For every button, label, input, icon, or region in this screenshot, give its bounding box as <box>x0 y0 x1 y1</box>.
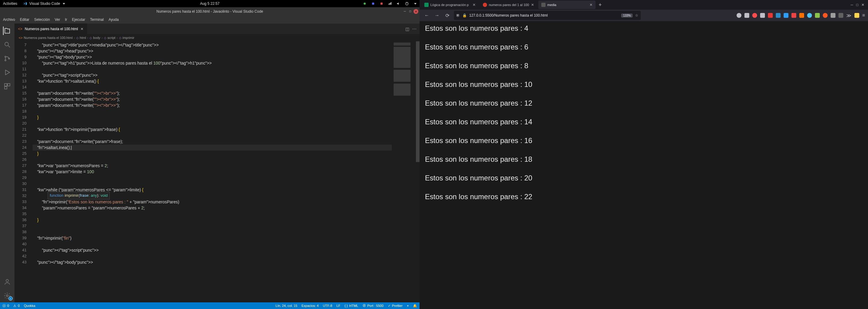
menu-item[interactable]: Archivo <box>3 18 15 22</box>
menu-item[interactable]: Ayuda <box>108 18 119 22</box>
run-debug-icon[interactable] <box>3 68 11 77</box>
breadcrumb[interactable]: <> Numeros pares hasta el 100.html ›◇htm… <box>14 34 420 41</box>
output-line: Estos son los numeros pares : 6 <box>425 43 863 51</box>
tag-icon: ◇ <box>90 36 92 39</box>
source-control-icon[interactable] <box>3 54 11 63</box>
cursor-position[interactable]: Lín. 24, col. 15 <box>276 304 297 308</box>
zoom-badge[interactable]: 133% <box>621 13 632 18</box>
explorer-icon[interactable] <box>3 27 11 35</box>
minimize-button[interactable]: ─ <box>403 9 407 13</box>
system-tray[interactable] <box>363 1 416 6</box>
extension-icon[interactable] <box>831 13 835 18</box>
forward-button[interactable]: → <box>433 11 441 20</box>
extension-icon[interactable] <box>784 13 788 18</box>
extension-icon[interactable] <box>855 13 859 18</box>
url-bar[interactable]: ⛨ 🔒 127.0.0.1:5500/Numeros pares hasta e… <box>454 11 641 20</box>
extension-icon[interactable] <box>799 13 804 18</box>
extension-icon[interactable] <box>760 13 765 18</box>
close-tab-icon[interactable]: ✕ <box>531 3 534 7</box>
extensions-icon[interactable] <box>3 82 11 90</box>
minimize-button[interactable]: ─ <box>850 3 853 7</box>
activities-button[interactable]: Activities <box>3 1 17 6</box>
svg-line-6 <box>8 46 10 47</box>
svg-point-8 <box>5 60 6 61</box>
close-tab-icon[interactable]: ✕ <box>590 3 592 7</box>
prettier-status[interactable]: ✓ Prettier <box>388 304 403 308</box>
pocket-icon[interactable] <box>737 13 741 18</box>
minimap[interactable] <box>392 41 416 302</box>
extension-icon[interactable] <box>823 13 828 18</box>
menu-item[interactable]: Terminal <box>90 18 104 22</box>
maximize-button[interactable]: □ <box>408 9 412 13</box>
app-menu-icon[interactable]: ≡ <box>862 13 865 18</box>
browser-toolbar: ← → ⟳ ⛨ 🔒 127.0.0.1:5500/Numeros pares h… <box>420 10 868 21</box>
menu-item[interactable]: Editar <box>20 18 29 22</box>
line-numbers: 7891011121314151617181920212223242526272… <box>14 41 30 302</box>
extension-icon[interactable] <box>768 13 773 18</box>
language-mode[interactable]: { } HTML <box>344 304 358 308</box>
maximize-button[interactable]: □ <box>856 3 858 7</box>
extension-icon[interactable] <box>752 13 757 18</box>
live-server-port[interactable]: ⦿ Port : 5500 <box>363 304 384 308</box>
browser-tab[interactable]: numeros pares del 1 al 100 ✕ <box>480 1 537 9</box>
html-file-icon: <> <box>18 27 22 31</box>
close-tab-icon[interactable]: ✕ <box>472 3 475 7</box>
account-icon[interactable] <box>3 278 11 286</box>
extension-icon[interactable] <box>776 13 781 18</box>
back-button[interactable]: ← <box>423 11 431 20</box>
svg-point-13 <box>6 279 8 282</box>
problems-errors[interactable]: ⓧ 0 <box>2 304 9 308</box>
notifications-icon[interactable]: 🔔 <box>413 304 417 308</box>
extension-icon[interactable] <box>838 13 843 18</box>
lock-icon: 🔒 <box>462 13 467 18</box>
signature-help: function imprimir(frase: any): void <box>48 192 110 199</box>
scrollbar[interactable] <box>416 41 420 302</box>
svg-rect-10 <box>4 84 7 86</box>
power-icon <box>405 1 409 6</box>
output-line: Estos son los numeros pares : 20 <box>425 174 863 182</box>
browser-tabs: Lógica de programación p ✕ numeros pares… <box>420 0 868 10</box>
editor-tab[interactable]: <> Numeros pares hasta el 100.html ✕ <box>14 24 87 34</box>
feedback-icon[interactable]: ⌖ <box>407 304 409 308</box>
eol[interactable]: LF <box>337 304 341 308</box>
output-line: Estos son los numeros pares : 4 <box>425 24 863 33</box>
menu-item[interactable]: Ir <box>65 18 67 22</box>
menu-item[interactable]: Ver <box>55 18 60 22</box>
extension-icon[interactable] <box>792 13 796 18</box>
indentation[interactable]: Espacios: 4 <box>301 304 318 308</box>
close-tab-icon[interactable]: ✕ <box>81 27 84 31</box>
browser-tab[interactable]: Lógica de programación p ✕ <box>421 1 478 9</box>
code-content[interactable]: "punc"><"tag">title"punc">>media"punc"><… <box>30 41 392 302</box>
extension-icon[interactable] <box>815 13 820 18</box>
close-button[interactable]: ✕ <box>413 9 418 14</box>
code-editor[interactable]: 7891011121314151617181920212223242526272… <box>14 41 420 302</box>
bookmark-star-icon[interactable]: ☆ <box>635 13 638 18</box>
editor-tabs: <> Numeros pares hasta el 100.html ✕ ◫ ⋯ <box>14 24 420 34</box>
menu-item[interactable]: Ejecutar <box>72 18 85 22</box>
split-editor-icon[interactable]: ◫ <box>405 27 409 31</box>
current-app[interactable]: Visual Studio Code <box>23 1 65 6</box>
quokka-status[interactable]: Quokka <box>24 304 35 308</box>
downloads-icon[interactable] <box>744 13 749 18</box>
more-actions-icon[interactable]: ⋯ <box>412 27 416 31</box>
tag-icon: ◇ <box>104 36 106 39</box>
search-icon[interactable] <box>3 40 11 49</box>
reload-button[interactable]: ⟳ <box>443 11 452 20</box>
output-line: Estos son los numeros pares : 18 <box>425 155 863 164</box>
encoding[interactable]: UTF-8 <box>323 304 332 308</box>
settings-icon[interactable] <box>3 291 11 300</box>
new-tab-button[interactable]: + <box>597 2 604 8</box>
clock[interactable]: Aug 5 22:57 <box>200 1 220 6</box>
scrollbar-thumb[interactable] <box>416 41 420 162</box>
library-icon[interactable]: ≫ <box>846 13 851 19</box>
svg-rect-12 <box>4 87 7 89</box>
close-button[interactable]: ✕ <box>861 3 864 7</box>
output-line: Estos son los numeros pares : 16 <box>425 136 863 145</box>
svg-point-0 <box>364 3 366 5</box>
svg-point-5 <box>5 42 8 46</box>
extension-icon[interactable] <box>807 13 812 18</box>
menu-item[interactable]: Selección <box>34 18 50 22</box>
favicon-icon <box>424 3 429 7</box>
browser-tab-active[interactable]: media ✕ <box>538 1 595 9</box>
problems-warnings[interactable]: ⚠ 0 <box>13 304 20 308</box>
